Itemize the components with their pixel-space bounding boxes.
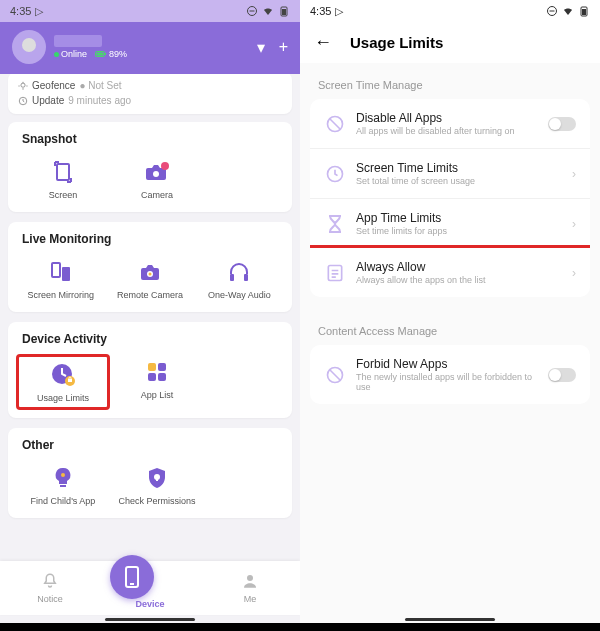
geofence-label: Geofence bbox=[32, 80, 75, 91]
section-title-screen-time: Screen Time Manage bbox=[300, 63, 600, 99]
item-disable-all-apps[interactable]: Disable All Apps All apps will be disabl… bbox=[310, 99, 590, 148]
svg-rect-25 bbox=[148, 373, 156, 381]
svg-rect-18 bbox=[230, 274, 234, 281]
dnd-icon bbox=[246, 5, 258, 17]
svg-point-17 bbox=[148, 273, 151, 276]
tile-screen-mirroring[interactable]: Screen Mirroring bbox=[16, 254, 105, 304]
battery-label: 89% bbox=[95, 49, 127, 59]
item-title: Disable All Apps bbox=[356, 111, 538, 125]
avatar[interactable] bbox=[12, 30, 46, 64]
toggle-disable-apps[interactable] bbox=[548, 117, 576, 131]
item-subtitle: Always allow the apps on the list bbox=[356, 275, 562, 285]
item-screen-time-limits[interactable]: Screen Time Limits Set total time of scr… bbox=[310, 148, 590, 198]
tile-one-way-audio[interactable]: One-Way Audio bbox=[195, 254, 284, 304]
nav-label: Notice bbox=[37, 594, 63, 604]
app-list-icon bbox=[145, 360, 169, 384]
back-button[interactable]: ← bbox=[314, 32, 332, 53]
svg-rect-6 bbox=[105, 53, 106, 55]
svg-rect-13 bbox=[52, 263, 60, 277]
nav-notice[interactable]: Notice bbox=[10, 572, 90, 604]
tile-label: Remote Camera bbox=[107, 290, 192, 300]
tile-camera[interactable]: Camera bbox=[110, 154, 204, 204]
item-forbid-new-apps[interactable]: Forbid New Apps The newly installed apps… bbox=[310, 345, 590, 404]
svg-rect-28 bbox=[60, 485, 66, 487]
tile-find-child-app[interactable]: Find Child's App bbox=[16, 460, 110, 510]
online-label: Online bbox=[61, 49, 87, 59]
toggle-forbid-apps[interactable] bbox=[548, 368, 576, 382]
svg-rect-19 bbox=[244, 274, 248, 281]
hourglass-icon bbox=[326, 214, 344, 234]
battery-icon bbox=[578, 5, 590, 17]
tile-label: Check Permissions bbox=[112, 496, 202, 506]
tile-label: One-Way Audio bbox=[197, 290, 282, 300]
tile-label: Screen Mirroring bbox=[18, 290, 103, 300]
geofence-value: Not Set bbox=[88, 80, 121, 91]
nav-label: Device bbox=[135, 599, 164, 609]
item-subtitle: Set total time of screen usage bbox=[356, 176, 562, 186]
forbid-icon bbox=[325, 365, 345, 385]
svg-rect-14 bbox=[62, 267, 70, 281]
screen-icon bbox=[51, 160, 75, 184]
disable-apps-icon bbox=[325, 114, 345, 134]
other-title: Other bbox=[16, 438, 284, 452]
item-title: Always Allow bbox=[356, 260, 562, 274]
nav-me[interactable]: Me bbox=[210, 572, 290, 604]
profile-dropdown[interactable]: ▾ bbox=[257, 38, 265, 57]
update-value: 9 minutes ago bbox=[68, 95, 131, 106]
tile-check-permissions[interactable]: Check Permissions bbox=[110, 460, 204, 510]
time-limits-icon bbox=[325, 164, 345, 184]
chevron-right-icon: › bbox=[572, 167, 576, 181]
activity-card: Device Activity Usage Limits App List bbox=[8, 322, 292, 418]
wifi-icon bbox=[562, 5, 574, 17]
page-title: Usage Limits bbox=[350, 34, 443, 51]
item-title: App Time Limits bbox=[356, 211, 562, 225]
svg-point-32 bbox=[247, 575, 253, 581]
status-time: 4:35 bbox=[10, 5, 31, 17]
item-always-allow[interactable]: Always Allow Always allow the apps on th… bbox=[310, 245, 590, 297]
play-icon: ▷ bbox=[335, 5, 343, 18]
remote-camera-icon bbox=[138, 260, 162, 284]
clock-icon bbox=[18, 96, 28, 106]
item-app-time-limits[interactable]: App Time Limits Set time limits for apps… bbox=[310, 198, 590, 248]
svg-point-12 bbox=[161, 162, 169, 170]
usage-limits-icon bbox=[50, 362, 76, 388]
battery-icon bbox=[278, 5, 290, 17]
status-bar: 4:35 ▷ bbox=[300, 0, 600, 22]
tile-label: Find Child's App bbox=[18, 496, 108, 506]
tile-screen[interactable]: Screen bbox=[16, 154, 110, 204]
profile-name-redacted bbox=[54, 35, 102, 47]
item-subtitle: Set time limits for apps bbox=[356, 226, 562, 236]
lightbulb-icon bbox=[52, 466, 74, 490]
geofence-icon bbox=[18, 81, 28, 91]
play-icon: ▷ bbox=[35, 5, 43, 18]
activity-title: Device Activity bbox=[16, 332, 284, 346]
svg-rect-26 bbox=[158, 373, 166, 381]
item-title: Screen Time Limits bbox=[356, 161, 562, 175]
profile-header: Online 89% ▾ + bbox=[0, 22, 300, 74]
tile-app-list[interactable]: App List bbox=[110, 354, 204, 410]
person-icon bbox=[241, 572, 259, 590]
tile-usage-limits[interactable]: Usage Limits bbox=[16, 354, 110, 410]
tile-label: Camera bbox=[112, 190, 202, 200]
page-header: ← Usage Limits bbox=[300, 22, 600, 63]
svg-rect-3 bbox=[282, 9, 286, 15]
svg-rect-23 bbox=[148, 363, 156, 371]
bell-icon bbox=[41, 572, 59, 590]
item-subtitle: The newly installed apps will be forbidd… bbox=[356, 372, 538, 392]
svg-rect-24 bbox=[158, 363, 166, 371]
content-access-card: Forbid New Apps The newly installed apps… bbox=[310, 345, 590, 404]
svg-point-27 bbox=[61, 473, 65, 477]
svg-rect-5 bbox=[97, 53, 104, 56]
status-bar: 4:35 ▷ bbox=[0, 0, 300, 22]
mirroring-icon bbox=[49, 260, 73, 284]
device-icon bbox=[123, 566, 141, 588]
svg-rect-36 bbox=[582, 9, 586, 15]
add-button[interactable]: + bbox=[279, 38, 288, 57]
status-time: 4:35 bbox=[310, 5, 331, 17]
nav-device[interactable]: Device bbox=[110, 567, 190, 609]
screen-time-card: Disable All Apps All apps will be disabl… bbox=[310, 99, 590, 297]
headphones-icon bbox=[227, 260, 251, 284]
tile-remote-camera[interactable]: Remote Camera bbox=[105, 254, 194, 304]
bottom-nav: Notice Device Me bbox=[0, 561, 300, 615]
svg-point-11 bbox=[153, 171, 159, 177]
